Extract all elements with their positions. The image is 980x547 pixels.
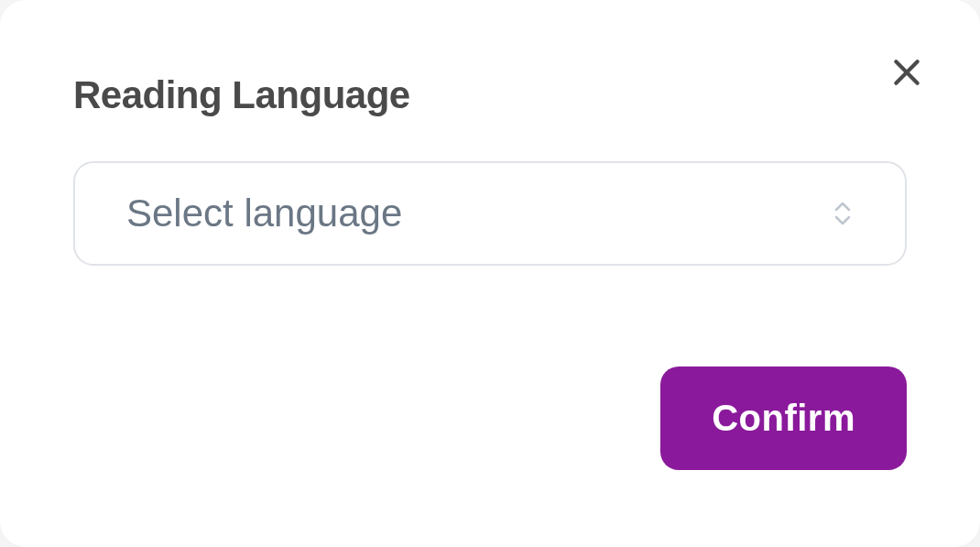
confirm-button[interactable]: Confirm: [660, 366, 907, 470]
reading-language-dialog: Reading Language Select language Confirm: [0, 0, 980, 547]
close-button[interactable]: [887, 53, 927, 93]
language-select[interactable]: Select language: [73, 161, 907, 266]
chevron-up-down-icon: [832, 200, 854, 227]
dialog-title: Reading Language: [73, 73, 907, 117]
dialog-footer: Confirm: [73, 366, 907, 470]
language-select-wrapper: Select language: [73, 161, 907, 266]
language-select-placeholder: Select language: [126, 191, 402, 235]
close-icon: [888, 54, 925, 93]
